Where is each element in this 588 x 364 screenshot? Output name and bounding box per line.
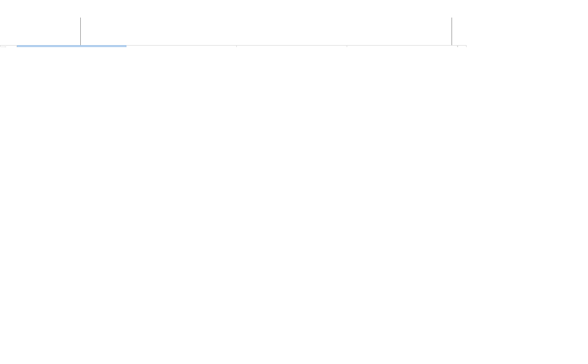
table-corner-handle[interactable] <box>0 45 17 47</box>
column-header-a[interactable]: A <box>17 45 126 47</box>
column-header-b[interactable]: B <box>126 45 237 47</box>
callout-line <box>452 18 452 45</box>
column-headers: A B C D <box>17 45 458 47</box>
column-header-d[interactable]: D <box>347 45 458 47</box>
drag-handle-icon <box>2 47 7 47</box>
column-header-c[interactable]: C <box>237 45 347 47</box>
add-column-handle[interactable] <box>458 45 467 47</box>
callout-line <box>80 18 81 45</box>
